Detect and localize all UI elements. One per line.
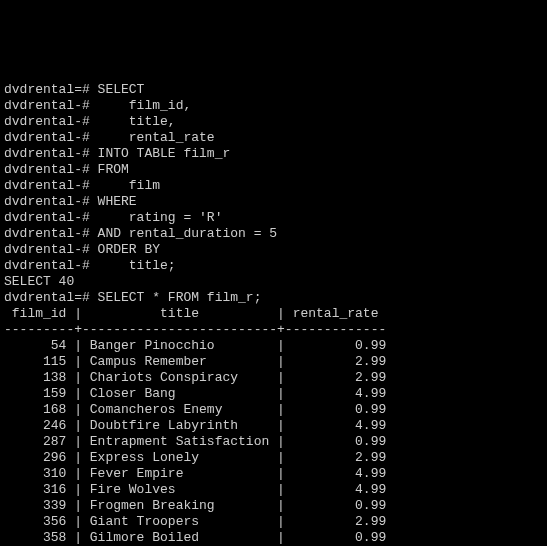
sql-line: dvdrental=# SELECT [4,82,543,98]
table-row: 115 | Campus Remember | 2.99 [4,354,543,370]
table-row: 54 | Banger Pinocchio | 0.99 [4,338,543,354]
sql-line: dvdrental-# AND rental_duration = 5 [4,226,543,242]
table-row: 246 | Doubtfire Labyrinth | 4.99 [4,418,543,434]
sql-line: dvdrental-# FROM [4,162,543,178]
sql-command: dvdrental=# SELECT * FROM film_r; [4,290,543,306]
table-row: 339 | Frogmen Breaking | 0.99 [4,498,543,514]
table-row: 356 | Giant Troopers | 2.99 [4,514,543,530]
sql-line: dvdrental-# WHERE [4,194,543,210]
table-row: 310 | Fever Empire | 4.99 [4,466,543,482]
table-row: 296 | Express Lonely | 2.99 [4,450,543,466]
table-row: 159 | Closer Bang | 4.99 [4,386,543,402]
table-row: 287 | Entrapment Satisfaction | 0.99 [4,434,543,450]
table-row: 358 | Gilmore Boiled | 0.99 [4,530,543,546]
sql-line: dvdrental-# rating = 'R' [4,210,543,226]
table-header: film_id | title | rental_rate [4,306,543,322]
sql-line: dvdrental-# film [4,178,543,194]
sql-line: dvdrental-# title; [4,258,543,274]
table-row: 168 | Comancheros Enemy | 0.99 [4,402,543,418]
sql-line: dvdrental-# rental_rate [4,130,543,146]
sql-line: dvdrental-# ORDER BY [4,242,543,258]
sql-line: dvdrental-# title, [4,114,543,130]
sql-line: dvdrental-# INTO TABLE film_r [4,146,543,162]
table-row: 138 | Chariots Conspiracy | 2.99 [4,370,543,386]
sql-line: dvdrental-# film_id, [4,98,543,114]
table-separator: ---------+-------------------------+----… [4,322,543,338]
table-row: 316 | Fire Wolves | 4.99 [4,482,543,498]
terminal-output: dvdrental=# SELECTdvdrental-# film_id,dv… [0,80,547,546]
result-count: SELECT 40 [4,274,543,290]
